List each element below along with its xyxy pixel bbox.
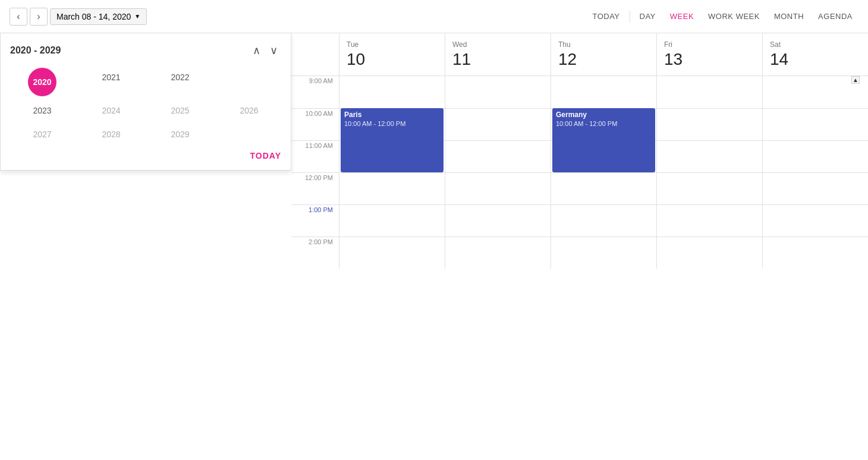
time-cell-fri-11[interactable]	[657, 140, 762, 172]
day-name-thu: Thu	[558, 40, 649, 49]
time-cell-wed-14[interactable]	[445, 237, 551, 269]
day-num-sat: 14	[770, 50, 861, 69]
time-label-100pm: 1:00 PM	[291, 204, 339, 237]
event-paris[interactable]: Paris 10:00 AM - 12:00 PM	[341, 108, 444, 172]
day-num-thu: 12	[558, 50, 649, 69]
next-button[interactable]: ›	[30, 8, 48, 26]
time-cell-wed-13[interactable]	[445, 204, 551, 237]
time-cell-tue-12[interactable]	[339, 172, 445, 204]
view-workweek-button[interactable]: WORK WEEK	[702, 8, 766, 24]
time-cell-tue-9[interactable]	[339, 76, 445, 108]
day-header-fri: Fri 13	[656, 33, 762, 75]
day-name-sat: Sat	[770, 40, 861, 49]
time-cell-thu-13[interactable]	[551, 204, 656, 237]
day-name-fri: Fri	[664, 40, 755, 49]
time-label-1200pm: 12:00 PM	[291, 172, 339, 204]
time-cell-sat-12[interactable]	[763, 172, 868, 204]
time-cell-tue-13[interactable]	[339, 204, 445, 237]
day-num-fri: 13	[664, 50, 755, 69]
decade-prev-button[interactable]: ∧	[249, 43, 264, 58]
year-cell-2024[interactable]: 2024	[79, 101, 143, 120]
day-header-wed: Wed 11	[445, 33, 551, 75]
toolbar: ‹ › March 08 - 14, 2020 ▼ TODAY DAY WEEK…	[0, 0, 868, 33]
time-cell-fri-9[interactable]	[657, 76, 762, 108]
year-cell-2029[interactable]: 2029	[148, 125, 212, 144]
day-num-tue: 10	[347, 50, 438, 69]
time-label-1100am: 11:00 AM	[291, 140, 339, 172]
year-cell-2022[interactable]: 2022	[148, 68, 212, 96]
year-grid: 2020 2021 2022 2023 2024 2025 2026 2027 …	[10, 68, 281, 144]
time-labels: 9:00 AM 10:00 AM 11:00 AM 12:00 PM 1:00 …	[291, 76, 339, 269]
event-germany-title: Germany	[556, 111, 652, 119]
day-col-sat	[762, 76, 868, 269]
decade-range-label: 2020 - 2029	[10, 45, 61, 56]
day-header-tue: Tue 10	[339, 33, 445, 75]
event-paris-title: Paris	[344, 111, 440, 119]
time-label-200pm: 2:00 PM	[291, 237, 339, 269]
time-cell-fri-12[interactable]	[657, 172, 762, 204]
year-cell-2027[interactable]: 2027	[10, 125, 74, 144]
header-spacer	[291, 33, 339, 75]
time-cell-thu-14[interactable]	[551, 237, 656, 269]
calendar-grid: Tue 10 Wed 11 Thu 12 Fri 13 Sat 14	[291, 33, 868, 460]
day-header-sat: Sat 14	[762, 33, 868, 75]
time-cell-fri-14[interactable]	[657, 237, 762, 269]
view-separator	[630, 11, 630, 23]
decade-nav: ∧ ∨	[249, 43, 281, 58]
calendar-main: 2020 - 2029 ∧ ∨ 2020 2021 2022 2023 2024…	[0, 33, 868, 460]
year-today-button[interactable]: TODAY	[250, 151, 281, 160]
time-grid-scroll[interactable]: ▲ 9:00 AM 10:00 AM 11:00 AM 12:00 PM 1:0…	[291, 76, 868, 460]
event-germany-time: 10:00 AM - 12:00 PM	[556, 120, 652, 127]
year-picker-header: 2020 - 2029 ∧ ∨	[10, 43, 281, 58]
time-cell-wed-10[interactable]	[445, 108, 551, 140]
year-picker: 2020 - 2029 ∧ ∨ 2020 2021 2022 2023 2024…	[0, 33, 291, 171]
event-germany[interactable]: Germany 10:00 AM - 12:00 PM	[552, 108, 655, 172]
prev-button[interactable]: ‹	[10, 8, 27, 26]
toolbar-left: ‹ › March 08 - 14, 2020 ▼	[10, 8, 147, 26]
time-cell-wed-11[interactable]	[445, 140, 551, 172]
time-cell-fri-13[interactable]	[657, 204, 762, 237]
day-col-thu: Germany 10:00 AM - 12:00 PM	[551, 76, 656, 269]
time-cell-wed-9[interactable]	[445, 76, 551, 108]
year-cell-2025[interactable]: 2025	[148, 101, 212, 120]
day-header-thu: Thu 12	[551, 33, 656, 75]
time-cell-thu-12[interactable]	[551, 172, 656, 204]
scroll-up-arrow[interactable]: ▲	[851, 76, 860, 84]
toolbar-right: TODAY DAY WEEK WORK WEEK MONTH AGENDA	[586, 8, 858, 24]
day-headers: Tue 10 Wed 11 Thu 12 Fri 13 Sat 14	[291, 33, 868, 76]
time-cell-sat-11[interactable]	[763, 140, 868, 172]
time-cell-wed-12[interactable]	[445, 172, 551, 204]
view-agenda-button[interactable]: AGENDA	[812, 8, 858, 24]
time-label-1000am: 10:00 AM	[291, 108, 339, 140]
year-cell-2021[interactable]: 2021	[79, 68, 143, 96]
day-num-wed: 11	[452, 50, 543, 69]
day-col-tue: Paris 10:00 AM - 12:00 PM	[339, 76, 445, 269]
event-paris-time: 10:00 AM - 12:00 PM	[344, 120, 440, 127]
time-cell-tue-14[interactable]	[339, 237, 445, 269]
time-label-900am: 9:00 AM	[291, 76, 339, 108]
time-cell-sat-14[interactable]	[763, 237, 868, 269]
decade-next-button[interactable]: ∨	[266, 43, 281, 58]
day-columns: Paris 10:00 AM - 12:00 PM	[339, 76, 868, 269]
time-grid-inner: 9:00 AM 10:00 AM 11:00 AM 12:00 PM 1:00 …	[291, 76, 868, 269]
year-cell-2020[interactable]: 2020	[28, 68, 56, 96]
day-name-tue: Tue	[347, 40, 438, 49]
date-range-button[interactable]: March 08 - 14, 2020 ▼	[50, 8, 147, 25]
year-picker-footer: TODAY	[10, 151, 281, 160]
view-today-button[interactable]: TODAY	[586, 8, 625, 24]
date-range-label: March 08 - 14, 2020	[56, 12, 131, 21]
year-cell-2026[interactable]: 2026	[217, 101, 281, 120]
time-cell-sat-10[interactable]	[763, 108, 868, 140]
year-cell-2023[interactable]: 2023	[10, 101, 74, 120]
day-col-wed	[445, 76, 551, 269]
time-cell-thu-9[interactable]	[551, 76, 656, 108]
dropdown-icon: ▼	[134, 13, 140, 20]
view-month-button[interactable]: MONTH	[768, 8, 810, 24]
year-cell-2028[interactable]: 2028	[79, 125, 143, 144]
time-cell-fri-10[interactable]	[657, 108, 762, 140]
time-cell-sat-13[interactable]	[763, 204, 868, 237]
day-col-fri	[656, 76, 762, 269]
view-day-button[interactable]: DAY	[634, 8, 662, 24]
day-name-wed: Wed	[452, 40, 543, 49]
view-week-button[interactable]: WEEK	[664, 8, 700, 24]
